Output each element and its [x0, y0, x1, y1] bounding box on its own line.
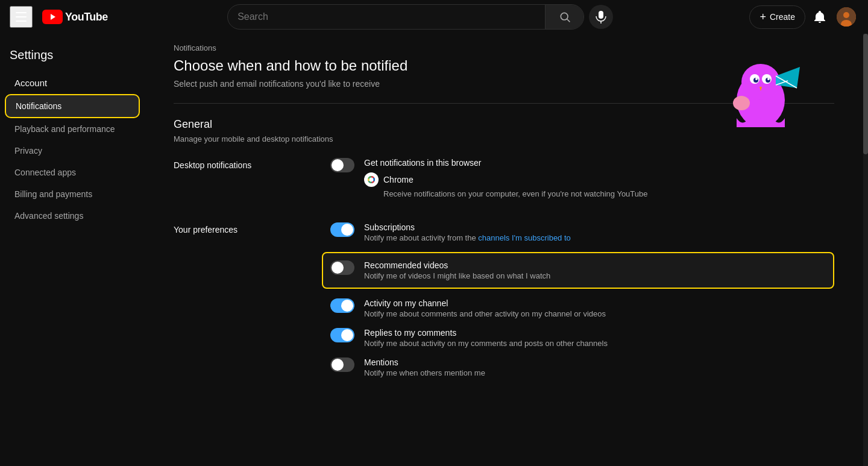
search-area: [227, 4, 613, 30]
privacy-label: Privacy: [14, 146, 42, 156]
browser-notifications-name: Get notifications in this browser: [364, 158, 834, 168]
avatar: [837, 7, 856, 27]
desktop-notifications-content: Get notifications in this browser: [330, 158, 834, 208]
header-left: YouTube: [10, 6, 154, 28]
mic-button[interactable]: [589, 5, 613, 29]
replies-info: Replies to my comments Notify me about a…: [364, 328, 834, 348]
activity-channel-name: Activity on my channel: [364, 298, 834, 308]
scrollbar-track[interactable]: [863, 34, 868, 466]
chrome-desc: Receive notifications on your computer, …: [383, 189, 834, 198]
browser-notifications-item: Get notifications in this browser: [330, 158, 834, 198]
svg-point-2: [561, 13, 568, 20]
sidebar-item-connected-apps[interactable]: Connected apps: [5, 162, 140, 183]
subscriptions-desc-prefix: Notify me about activity from the: [364, 233, 478, 242]
sidebar-item-billing[interactable]: Billing and payments: [5, 183, 140, 205]
layout: Settings Account Notifications Playback …: [0, 34, 868, 466]
svg-rect-4: [599, 11, 603, 19]
recommended-videos-info: Recommended videos Notify me of videos I…: [364, 260, 826, 280]
mentions-info: Mentions Notify me when others mention m…: [364, 357, 834, 377]
svg-line-3: [567, 19, 570, 22]
search-bar: [227, 4, 584, 30]
sidebar-item-account[interactable]: Account: [5, 72, 140, 94]
replies-name: Replies to my comments: [364, 328, 834, 338]
subscriptions-item: Subscriptions Notify me about activity f…: [330, 222, 834, 242]
mentions-desc: Notify me when others mention me: [364, 368, 834, 377]
chrome-icon: [364, 172, 379, 187]
billing-label: Billing and payments: [14, 189, 92, 199]
main-content: Notifications Choose when and how to be …: [145, 34, 863, 466]
sidebar-item-privacy[interactable]: Privacy: [5, 140, 140, 162]
breadcrumb: Notifications: [174, 43, 834, 52]
notifications-button[interactable]: [810, 7, 829, 27]
svg-point-21: [733, 96, 750, 110]
menu-button[interactable]: [10, 6, 33, 28]
recommended-videos-slider: [330, 260, 354, 275]
search-input[interactable]: [228, 7, 545, 27]
replies-slider: [330, 328, 354, 342]
svg-point-15: [755, 78, 758, 80]
sidebar-item-playback[interactable]: Playback and performance: [5, 118, 140, 140]
svg-point-7: [843, 12, 849, 18]
replies-desc: Notify me about activity on my comments …: [364, 339, 834, 348]
mentions-slider: [330, 357, 354, 372]
create-plus-icon: +: [760, 11, 766, 24]
mentions-toggle[interactable]: [330, 357, 354, 372]
replies-item: Replies to my comments Notify me about a…: [330, 328, 834, 348]
desktop-notifications-label: Desktop notifications: [174, 158, 330, 208]
preferences-label: Your preferences: [174, 222, 330, 387]
svg-point-10: [741, 64, 780, 100]
preferences-content: Subscriptions Notify me about activity f…: [330, 222, 834, 387]
activity-channel-desc: Notify me about comments and other activ…: [364, 309, 834, 318]
subscriptions-toggle[interactable]: [330, 222, 354, 237]
recommended-videos-toggle[interactable]: [330, 260, 354, 275]
mentions-item: Mentions Notify me when others mention m…: [330, 357, 834, 377]
sidebar-item-notifications[interactable]: Notifications: [5, 94, 140, 118]
activity-channel-toggle[interactable]: [330, 298, 354, 313]
recommended-videos-item: Recommended videos Notify me of videos I…: [322, 252, 834, 289]
sidebar-item-advanced[interactable]: Advanced settings: [5, 205, 140, 227]
notification-illustration: [706, 58, 815, 130]
preferences-group: Your preferences Subscriptions Notify me…: [174, 222, 834, 387]
browser-notifications-info: Get notifications in this browser: [364, 158, 834, 198]
youtube-logo[interactable]: YouTube: [42, 10, 108, 24]
settings-title: Settings: [0, 43, 145, 72]
recommended-videos-desc: Notify me of videos I might like based o…: [364, 271, 826, 280]
activity-channel-info: Activity on my channel Notify me about c…: [364, 298, 834, 318]
chrome-item: Chrome: [364, 172, 834, 187]
create-button[interactable]: + Create: [749, 5, 805, 29]
desktop-notifications-group: Desktop notifications Get notifications …: [174, 158, 834, 208]
notifications-label: Notifications: [16, 101, 61, 111]
search-button[interactable]: [545, 5, 583, 29]
svg-point-24: [370, 178, 374, 182]
scrollbar-thumb[interactable]: [863, 34, 868, 154]
subscriptions-info: Subscriptions Notify me about activity f…: [364, 222, 834, 242]
header: YouTube + Create: [0, 0, 868, 34]
sidebar: Settings Account Notifications Playback …: [0, 34, 145, 466]
header-right: + Create: [749, 5, 858, 29]
replies-toggle[interactable]: [330, 328, 354, 342]
svg-marker-18: [776, 67, 800, 88]
logo-text: YouTube: [65, 11, 108, 24]
channels-link[interactable]: channels I'm subscribed to: [478, 233, 571, 242]
create-label: Create: [770, 12, 795, 22]
activity-channel-item: Activity on my channel Notify me about c…: [330, 298, 834, 318]
general-section-desc: Manage your mobile and desktop notificat…: [174, 134, 834, 143]
mentions-name: Mentions: [364, 357, 834, 367]
activity-channel-slider: [330, 298, 354, 313]
recommended-videos-name: Recommended videos: [364, 260, 826, 270]
subscriptions-slider: [330, 222, 354, 237]
chrome-name: Chrome: [383, 175, 414, 184]
advanced-label: Advanced settings: [14, 211, 83, 221]
browser-notifications-toggle[interactable]: [330, 158, 354, 172]
svg-point-16: [767, 78, 770, 80]
browser-notifications-slider: [330, 158, 354, 172]
avatar-button[interactable]: [834, 5, 858, 29]
subscriptions-name: Subscriptions: [364, 222, 834, 232]
account-label: Account: [14, 78, 47, 88]
playback-label: Playback and performance: [14, 124, 115, 134]
subscriptions-desc: Notify me about activity from the channe…: [364, 233, 834, 242]
connected-apps-label: Connected apps: [14, 168, 76, 177]
